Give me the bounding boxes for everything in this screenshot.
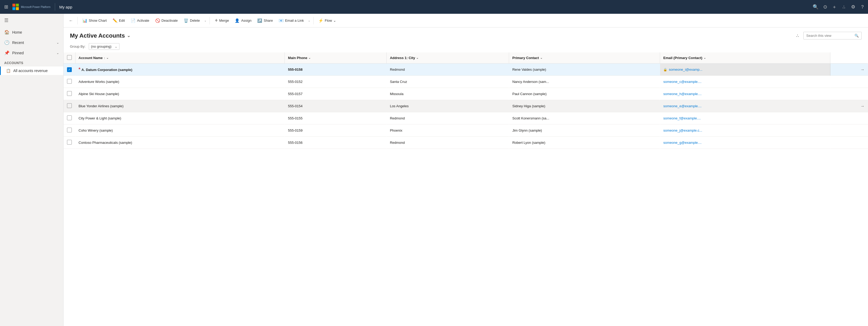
col-main-phone-chevron-icon[interactable]: ⌄ xyxy=(308,56,311,60)
table-row[interactable]: Adventure Works (sample)555-0152Santa Cr… xyxy=(64,76,868,88)
col-primary-contact-chevron-icon[interactable]: ⌄ xyxy=(540,56,542,60)
edit-button[interactable]: ✏️ Edit xyxy=(110,17,127,25)
row-checkbox[interactable] xyxy=(67,103,72,108)
main-phone-value: 555-0154 xyxy=(288,104,303,108)
account-name-cell[interactable]: Blue Yonder Airlines (sample) xyxy=(75,100,285,112)
email-cell[interactable]: someone_f@example.... xyxy=(660,112,830,125)
row-checkbox[interactable] xyxy=(67,91,72,96)
table-row[interactable]: Coho Winery (sample)555-0159PhoenixJim G… xyxy=(64,125,868,137)
more-button-2[interactable]: ⌄ xyxy=(307,18,311,24)
row-checkbox-cell[interactable] xyxy=(64,100,75,112)
col-account-name-chevron-icon[interactable]: ⌄ xyxy=(106,56,108,60)
search-input[interactable] xyxy=(806,34,853,38)
row-navigate-cell[interactable]: → xyxy=(830,64,868,76)
row-checkbox-cell[interactable] xyxy=(64,112,75,125)
row-checkbox-cell[interactable] xyxy=(64,88,75,100)
col-header-account-name[interactable]: Account Name ↑ ⌄ xyxy=(75,53,285,64)
row-checkbox-cell[interactable]: ✓ xyxy=(64,64,75,76)
table-row[interactable]: Contoso Pharmaceuticals (sample)555-0156… xyxy=(64,137,868,149)
merge-button[interactable]: ⚘ Merge xyxy=(212,17,232,25)
col-email-chevron-icon[interactable]: ⌄ xyxy=(704,56,706,60)
navigate-arrow-icon[interactable]: → xyxy=(860,104,865,108)
email-cell[interactable]: someone_g@example.... xyxy=(660,137,830,149)
email-cell[interactable]: someone_c@example.... xyxy=(660,76,830,88)
flow-button[interactable]: ⚡ Flow ⌄ xyxy=(316,17,339,25)
account-name-cell[interactable]: Coho Winery (sample) xyxy=(75,125,285,137)
email-cell[interactable]: someone_e@example.... xyxy=(660,100,830,112)
email-value[interactable]: someone_c@example.... xyxy=(663,80,702,84)
email-cell[interactable]: someone_h@example.... xyxy=(660,88,830,100)
group-by-select[interactable]: (no grouping) xyxy=(89,43,120,50)
view-title[interactable]: My Active Accounts ⌄ xyxy=(70,32,130,39)
navigate-arrow-icon[interactable]: → xyxy=(860,67,865,72)
activate-button[interactable]: 📄 Activate xyxy=(128,17,152,25)
table-row[interactable]: Alpine Ski House (sample)555-0157Missoul… xyxy=(64,88,868,100)
back-button[interactable]: ← xyxy=(67,17,75,25)
view-title-chevron-icon: ⌄ xyxy=(127,33,130,38)
email-cell[interactable]: 🔒someone_i@examp... xyxy=(660,64,830,76)
delete-button[interactable]: 🗑️ Delete xyxy=(181,17,203,25)
assign-button[interactable]: 👤 Assign xyxy=(232,17,254,25)
row-checkbox[interactable] xyxy=(67,128,72,132)
header-checkbox[interactable] xyxy=(67,55,72,60)
email-cell[interactable]: someone_j@example.c... xyxy=(660,125,830,137)
sidebar-item-pinned[interactable]: 📌 Pinned ⌄ xyxy=(0,48,63,58)
col-header-email[interactable]: Email (Primary Contact) ⌄ xyxy=(660,53,830,64)
edit-icon: ✏️ xyxy=(113,18,118,23)
email-value[interactable]: someone_h@example.... xyxy=(663,92,702,96)
main-phone-cell: 555-0159 xyxy=(285,125,387,137)
settings-icon[interactable]: ⚙ xyxy=(851,4,855,10)
row-navigate-cell[interactable]: → xyxy=(830,100,868,112)
email-value[interactable]: someone_g@example.... xyxy=(663,141,702,144)
deactivate-button[interactable]: 🚫 Deactivate xyxy=(153,17,180,25)
row-checkbox-cell[interactable] xyxy=(64,76,75,88)
table-row[interactable]: Blue Yonder Airlines (sample)555-0154Los… xyxy=(64,100,868,112)
email-link-button[interactable]: 📧 Email a Link xyxy=(276,17,307,25)
show-chart-button[interactable]: 📊 Show Chart xyxy=(80,17,110,25)
account-name-cell[interactable]: Alpine Ski House (sample) xyxy=(75,88,285,100)
account-name-cell[interactable]: Contoso Pharmaceuticals (sample) xyxy=(75,137,285,149)
sidebar-item-all-accounts-revenue[interactable]: 📋 All accounts revenue xyxy=(0,66,63,75)
more-button-1[interactable]: ⌄ xyxy=(203,18,208,24)
table-row[interactable]: City Power & Light (sample)555-0155Redmo… xyxy=(64,112,868,125)
col-city-chevron-icon[interactable]: ⌄ xyxy=(416,56,418,60)
account-name-cell[interactable]: *A. Datum Corporation (sample) xyxy=(75,64,285,76)
account-name-cell[interactable]: Adventure Works (sample) xyxy=(75,76,285,88)
row-checkbox[interactable] xyxy=(67,116,72,120)
search-icon[interactable]: 🔍 xyxy=(813,4,818,10)
delete-label: Delete xyxy=(190,19,200,23)
primary-contact-cell: Robert Lyon (sample) xyxy=(509,137,660,149)
row-checkbox[interactable]: ✓ xyxy=(67,67,72,72)
col-header-city[interactable]: Address 1: City ⌄ xyxy=(386,53,509,64)
row-checkbox[interactable] xyxy=(67,140,72,144)
hamburger-menu-button[interactable]: ☰ xyxy=(0,14,63,27)
help-icon[interactable]: ？ xyxy=(860,4,865,10)
view-filter-icon[interactable]: ⛬ xyxy=(794,32,801,39)
email-value[interactable]: someone_i@examp... xyxy=(669,68,703,71)
row-checkbox-cell[interactable] xyxy=(64,137,75,149)
col-header-checkbox[interactable] xyxy=(64,53,75,64)
sidebar-item-home[interactable]: 🏠 Home xyxy=(0,27,63,37)
search-box[interactable]: 🔍 xyxy=(803,32,862,39)
circle-check-icon[interactable]: ⊙ xyxy=(823,4,827,10)
cmd-separator-3 xyxy=(313,17,314,24)
col-header-main-phone[interactable]: Main Phone ⌄ xyxy=(285,53,387,64)
add-icon[interactable]: ＋ xyxy=(832,4,837,10)
sidebar-item-recent[interactable]: 🕐 Recent ⌄ xyxy=(0,37,63,48)
email-value[interactable]: someone_f@example.... xyxy=(663,116,701,120)
share-button[interactable]: ↗️ Share xyxy=(254,17,276,25)
account-name-value: A. Datum Corporation (sample) xyxy=(82,68,132,72)
filter-icon[interactable]: ⛬ xyxy=(841,4,846,10)
table-row[interactable]: ✓*A. Datum Corporation (sample)555-0158R… xyxy=(64,64,868,76)
row-checkbox[interactable] xyxy=(67,79,72,84)
col-header-primary-contact[interactable]: Primary Contact ⌄ xyxy=(509,53,660,64)
email-value[interactable]: someone_e@example.... xyxy=(663,104,702,108)
row-checkbox-cell[interactable] xyxy=(64,125,75,137)
email-value[interactable]: someone_j@example.c... xyxy=(663,128,702,132)
nav-divider xyxy=(55,3,55,10)
svg-rect-3 xyxy=(16,7,19,10)
grid-icon[interactable]: ⊞ xyxy=(3,3,9,11)
account-name-cell[interactable]: City Power & Light (sample) xyxy=(75,112,285,125)
table-container[interactable]: Account Name ↑ ⌄ Main Phone ⌄ xyxy=(64,53,868,326)
group-by-bar: Group By: (no grouping) xyxy=(64,41,868,53)
